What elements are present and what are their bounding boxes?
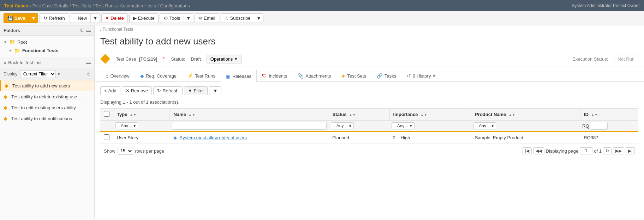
filter-type-cell: -- Any -- ▼ (113, 121, 170, 132)
page-input[interactable] (580, 147, 592, 154)
test-list: ◆ Test ability to add new users ◆ Test a… (0, 80, 94, 219)
save-dropdown-button[interactable]: ▼ (29, 13, 38, 23)
diamond-icon: ◆ (4, 116, 8, 121)
tab-req-coverage[interactable]: ◆ Req. Coverage (135, 70, 182, 81)
refresh-icon: ↻ (157, 88, 161, 93)
first-page-button[interactable]: |◀ (523, 147, 532, 154)
tab-tasks[interactable]: 🔗 Tasks (371, 70, 401, 81)
refresh-button[interactable]: ↻ Refresh (153, 86, 183, 95)
filter-dropdown-button[interactable]: ▼ (209, 86, 221, 95)
select-all-checkbox[interactable] (104, 111, 109, 117)
new-dropdown-button[interactable]: ▼ (90, 13, 100, 23)
tab-history[interactable]: ↺ 9 History ✱ (401, 70, 441, 81)
last-page-button[interactable]: ▶| (626, 147, 635, 154)
back-icon: « (4, 60, 6, 65)
tab-label: Test Sets (347, 73, 366, 79)
save-button[interactable]: 💾 Save (4, 13, 29, 23)
exec-status-label: Execution Status: (572, 56, 608, 62)
subscribe-dropdown-button[interactable]: ▼ (254, 13, 263, 23)
execute-button[interactable]: ▶ Execute (129, 13, 159, 23)
home-icon: ⌂ (106, 73, 108, 79)
folder-tree: ▼ 📁 Root ▼ 📁 Functional Tests (0, 36, 94, 57)
tools-button[interactable]: ⚙ Tools (160, 13, 184, 23)
nav-automation-hosts[interactable]: Automation Hosts (120, 3, 156, 8)
chevron-down-icon: ▼ (491, 124, 494, 128)
refresh-icon[interactable]: ↻ (80, 28, 84, 33)
tab-attachments[interactable]: 📎 Attachments (292, 70, 336, 81)
nav-test-runs[interactable]: Test Runs (95, 3, 116, 8)
refresh-page-button[interactable]: ↻ (603, 147, 612, 154)
test-item[interactable]: ◆ Test ability to edit notifications (0, 113, 94, 124)
folder-functional-tests[interactable]: ▼ 📁 Functional Tests (0, 46, 94, 55)
col-product-name[interactable]: Product Name ▲▼ (471, 109, 580, 121)
filter-type-select[interactable]: -- Any -- ▼ (115, 122, 138, 129)
row-checkbox[interactable] (104, 134, 109, 140)
of-label: of 1 (594, 148, 602, 154)
col-name[interactable]: Name ▲▼ (170, 109, 329, 121)
triangle-icon: ▼ (4, 40, 7, 44)
cell-type: User Story (113, 132, 170, 144)
sidebar-controls: Display: Current Filter All ▼ ↻ (0, 68, 94, 80)
tab-test-sets[interactable]: ◈ Test Sets (336, 70, 371, 81)
filter-select[interactable]: Current Filter All (20, 70, 56, 78)
test-item[interactable]: ◆ Test to edit existing users ability (0, 102, 94, 113)
tab-incidents[interactable]: 🛡 Incidents (257, 70, 292, 81)
test-item[interactable]: ◆ Test ability to add new users (0, 80, 94, 91)
sort-icon: ▲▼ (591, 113, 598, 117)
tab-releases[interactable]: ▣ Releases (221, 70, 257, 82)
tab-label: 9 History (413, 73, 431, 79)
rq-prefix: RQ (582, 123, 589, 129)
nav-test-case-details[interactable]: Test Case Details (32, 3, 68, 8)
col-type[interactable]: Type ▲▼ (113, 109, 170, 121)
col-id[interactable]: ID ▲▼ (580, 109, 638, 121)
nav-test-cases[interactable]: Test Cases (4, 3, 28, 8)
test-item-label: Test ability to edit notifications (11, 116, 91, 121)
new-button[interactable]: + New (70, 13, 91, 23)
nav-test-sets[interactable]: Test Sets (72, 3, 91, 8)
refresh-button[interactable]: ↻ Refresh (40, 13, 68, 23)
filter-status-cell: -- Any -- ▼ (329, 121, 389, 132)
filter-importance-cell: -- Any -- ▼ (389, 121, 471, 132)
back-to-test-list-button[interactable]: « Back to Test List ▬ (0, 57, 94, 68)
nav-configurations[interactable]: Configurations (160, 3, 190, 8)
tab-test-runs[interactable]: ⚡ Test Runs (182, 70, 221, 81)
folder-root[interactable]: ▼ 📁 Root (0, 38, 94, 46)
col-importance[interactable]: Importance ▲▼ (389, 109, 471, 121)
add-button[interactable]: + Add (100, 86, 120, 95)
subscribe-button[interactable]: ☆ Subscribe (221, 13, 254, 23)
exec-status-value: Not Run (614, 55, 638, 63)
filter-id-input[interactable] (590, 122, 608, 130)
filter-name-input[interactable] (172, 122, 327, 130)
tab-label: Attachments (305, 73, 331, 79)
test-case-id: [TC:219] (139, 56, 157, 62)
save-group: 💾 Save ▼ (4, 13, 38, 23)
next-page-button[interactable]: ▶▶ (613, 147, 624, 154)
filter-button[interactable]: ▼ Filter (184, 86, 208, 95)
test-item[interactable]: ◆ Test ability to delete existing use... (0, 91, 94, 102)
filter-status-select[interactable]: -- Any -- ▼ (331, 122, 354, 129)
filter-id-group: RQ (582, 122, 636, 130)
email-button[interactable]: ✉ Email (195, 13, 219, 23)
name-link[interactable]: System must allow entry of users (180, 135, 247, 140)
minimize-sidebar-button[interactable]: ▬ (86, 28, 91, 33)
delete-button[interactable]: ✕ Delete (101, 13, 128, 23)
filter-product-select[interactable]: -- Any -- ▼ (473, 122, 496, 129)
page-navigation: |◀ ◀◀ Displaying page of 1 ↻ ▶▶ ▶| (523, 147, 635, 154)
operations-button[interactable]: Operations ▼ (207, 55, 242, 63)
paperclip-icon: 📎 (298, 73, 304, 79)
minimize-button[interactable]: ▬ (86, 60, 91, 65)
display-filter: Display: Current Filter All ▼ (4, 70, 61, 78)
chevron-down-icon: ▼ (31, 16, 36, 21)
tab-overview[interactable]: ⌂ Overview (100, 70, 135, 81)
col-status[interactable]: Status ▲▼ (329, 109, 389, 121)
rows-per-page-select[interactable]: 15 25 50 (118, 147, 133, 155)
filter-importance-select[interactable]: -- Any -- ▼ (392, 122, 415, 129)
prev-page-button[interactable]: ◀◀ (533, 147, 544, 154)
back-label: Back to Test List (8, 60, 41, 65)
refresh-icon[interactable]: ↻ (87, 72, 91, 77)
x-icon: ✕ (105, 16, 109, 21)
sort-icon: ▲▼ (130, 113, 137, 117)
test-case-label: Test Case [TC:219] (116, 56, 157, 62)
remove-button[interactable]: ✕ Remove (122, 86, 152, 95)
tools-dropdown-button[interactable]: ▼ (184, 13, 193, 23)
